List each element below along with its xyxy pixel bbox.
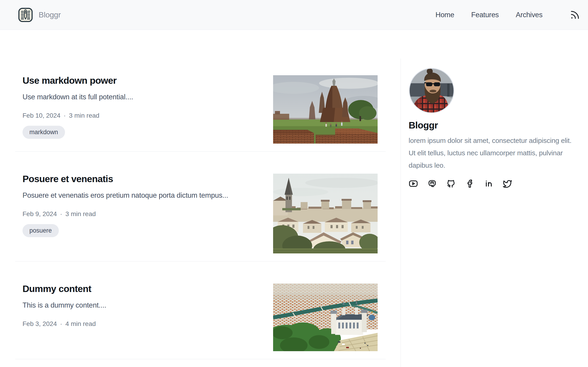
twitter-icon[interactable] <box>503 179 512 188</box>
brand-home-link[interactable]: Bloggr <box>18 7 61 23</box>
post-read-time: 4 min read <box>65 320 96 327</box>
brand-name: Bloggr <box>39 10 61 19</box>
meta-separator: · <box>64 112 66 119</box>
main-nav: Home Features Archives <box>435 10 580 20</box>
post-read-time: 3 min read <box>65 210 96 218</box>
mastodon-icon[interactable] <box>427 179 437 188</box>
post-title[interactable]: Dummy content <box>23 284 259 294</box>
post-excerpt: This is a dummy content.... <box>23 300 259 311</box>
post-thumbnail-temple-ruins[interactable] <box>273 75 378 144</box>
temple-ruins-image <box>273 75 378 144</box>
post-item-3: Dummy content This is a dummy content...… <box>15 261 386 359</box>
post-excerpt: Use markdown at its full potential.... <box>23 92 259 102</box>
post-list: Use markdown power Use markdown at its f… <box>15 58 386 367</box>
profile-sidebar: Bloggr lorem ipsum dolor sit amet, conse… <box>401 58 588 367</box>
post-item-2: Posuere et venenatis Posuere et venenati… <box>15 152 386 261</box>
post-meta: Feb 3, 2024 · 4 min read <box>23 320 259 327</box>
sidebar-title: Bloggr <box>409 120 572 131</box>
tag-pill[interactable]: posuere <box>23 224 59 237</box>
post-date: Feb 3, 2024 <box>23 320 57 327</box>
post-title[interactable]: Posuere et venenatis <box>23 174 259 184</box>
notebook-pencil-icon <box>18 7 33 23</box>
post-thumbnail-aerial-city[interactable] <box>273 284 378 351</box>
post-tags: markdown <box>23 126 259 139</box>
tag-pill[interactable]: markdown <box>23 126 65 139</box>
youtube-icon[interactable] <box>409 179 418 188</box>
aerial-city-image <box>273 284 378 351</box>
avatar <box>409 68 455 114</box>
old-town-image <box>273 174 378 253</box>
post-excerpt: Posuere et venenatis eros pretium natoqu… <box>23 190 259 201</box>
post-text: Posuere et venenatis Posuere et venenati… <box>23 174 273 237</box>
post-date: Feb 10, 2024 <box>23 112 61 119</box>
github-icon[interactable] <box>446 179 456 188</box>
page-content: Use markdown power Use markdown at its f… <box>0 30 588 367</box>
post-date: Feb 9, 2024 <box>23 210 57 218</box>
avatar-image <box>409 68 455 114</box>
post-read-time: 3 min read <box>69 112 99 119</box>
nav-link-features[interactable]: Features <box>471 11 499 19</box>
nav-link-home[interactable]: Home <box>435 11 454 19</box>
post-meta: Feb 10, 2024 · 3 min read <box>23 112 259 119</box>
post-text: Dummy content This is a dummy content...… <box>23 284 273 334</box>
post-item-1: Use markdown power Use markdown at its f… <box>15 58 386 152</box>
sidebar-bio: lorem ipsum dolor sit amet, consectetur … <box>409 134 572 172</box>
facebook-icon[interactable] <box>465 179 475 188</box>
meta-separator: · <box>60 320 62 327</box>
nav-link-archives[interactable]: Archives <box>516 11 543 19</box>
post-meta: Feb 9, 2024 · 3 min read <box>23 210 259 218</box>
meta-separator: · <box>60 210 62 218</box>
social-links <box>409 179 572 188</box>
site-header: Bloggr Home Features Archives <box>0 0 588 30</box>
post-thumbnail-old-town[interactable] <box>273 174 378 253</box>
post-title[interactable]: Use markdown power <box>23 75 259 86</box>
post-text: Use markdown power Use markdown at its f… <box>23 75 273 139</box>
post-tags: posuere <box>23 224 259 237</box>
rss-icon[interactable] <box>570 10 580 20</box>
linkedin-icon[interactable] <box>484 179 493 188</box>
